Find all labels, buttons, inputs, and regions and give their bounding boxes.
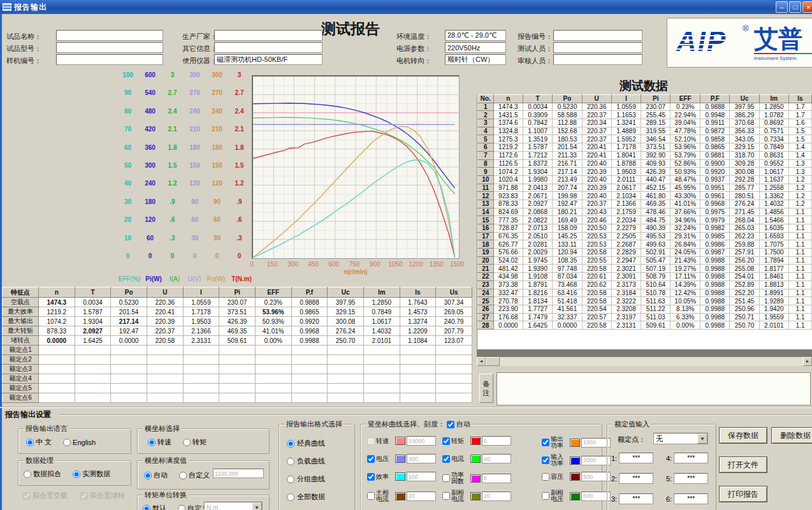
form-field[interactable] xyxy=(553,42,642,53)
scroll-track[interactable] xyxy=(500,357,803,366)
feature-row[interactable]: 额定点2 xyxy=(3,355,472,365)
radio-分组曲线[interactable] xyxy=(287,476,294,483)
form-field[interactable] xyxy=(56,42,163,53)
radio-默认[interactable] xyxy=(143,505,150,510)
table-row[interactable]: 20524.021.9745108.35220.552.2947505.4721… xyxy=(478,256,812,265)
radio-English[interactable] xyxy=(63,439,71,446)
form-field[interactable] xyxy=(214,30,323,41)
table-row[interactable]: 280.00001.64250.0000220.582.3131509.610.… xyxy=(478,321,812,330)
curve-checkbox-副相电压[interactable] xyxy=(542,492,549,500)
table-row[interactable]: 21431.50.390958.588220.371.1653255.4522.… xyxy=(478,111,812,119)
curve-checkbox-主相电流[interactable] xyxy=(367,492,375,500)
form-field[interactable] xyxy=(56,30,163,41)
feature-row[interactable]: 额定点3 xyxy=(3,365,472,374)
feature-row[interactable]: 额定点1 xyxy=(3,346,472,355)
chevron-down-icon[interactable]: ▼ xyxy=(697,433,707,444)
remarks-textarea[interactable] xyxy=(497,372,811,405)
radio-经典曲线[interactable] xyxy=(287,440,294,448)
form-field[interactable] xyxy=(553,54,642,65)
auto-scale-checkbox[interactable] xyxy=(447,421,454,428)
table-row[interactable]: 16728.872.0713158.09220.502.2279490.3932… xyxy=(478,224,812,233)
table-row[interactable]: 24332.471.821663.416220.582.3184510.7812… xyxy=(478,289,812,297)
rated-slot-input[interactable] xyxy=(619,473,653,484)
rated-slot-input[interactable] xyxy=(674,493,708,504)
table-row[interactable]: 71172.61.7212211.33220.411.8041392.9053.… xyxy=(478,151,812,159)
feature-row[interactable]: 最大效率1219.21.5787201.54220.411.7178373.51… xyxy=(3,307,472,317)
delete-data-button[interactable]: 删除数据 xyxy=(771,427,812,444)
table-row[interactable]: 27176.681.747932.337220.572.3197511.036.… xyxy=(478,313,812,321)
open-file-button[interactable]: 打开文件 xyxy=(719,456,767,473)
form-field[interactable] xyxy=(553,30,642,41)
feature-row[interactable]: 最大转矩878.332.0927192.47220.372.1366469.35… xyxy=(3,326,472,336)
table-row[interactable]: 17676.352.0510145.25220.532.2505495.5329… xyxy=(478,232,812,240)
scroll-right-arrow-icon[interactable]: ► xyxy=(803,357,812,366)
radio-实测数据[interactable] xyxy=(73,470,80,478)
table-row[interactable]: 25270.781.813451.418220.582.3222511.6310… xyxy=(478,297,812,305)
curve-checkbox-转速[interactable] xyxy=(367,437,375,445)
curve-checkbox-输入功率[interactable] xyxy=(542,456,549,464)
table-row[interactable]: 11474.30.00340.5230220.361.0559230.070.2… xyxy=(478,103,812,111)
form-field[interactable] xyxy=(214,42,323,53)
rated-slot-input[interactable] xyxy=(674,473,708,484)
curve-checkbox-电压[interactable] xyxy=(367,455,375,463)
print-report-button[interactable]: 打印报告 xyxy=(719,486,767,502)
table-hscrollbar[interactable]: ◄ ► xyxy=(477,357,812,366)
rated-slot-input[interactable] xyxy=(619,453,653,463)
checkbox-拟合至空载[interactable] xyxy=(23,492,31,500)
radio-转速[interactable] xyxy=(148,439,156,446)
feature-row[interactable]: 额定点4 xyxy=(3,374,472,384)
radio-自动[interactable] xyxy=(144,472,152,479)
form-field[interactable] xyxy=(214,54,323,65)
rated-slot-input[interactable] xyxy=(619,493,653,504)
checkbox-拟合至堵转[interactable] xyxy=(80,492,88,500)
torque-unit-dropdown[interactable]: N.m▼ xyxy=(204,502,263,510)
rated-slot-input[interactable] xyxy=(674,453,708,463)
feature-row[interactable]: 额定点6 xyxy=(3,393,472,403)
feature-row[interactable]: 空载点1474.30.00340.5230220.361.0559230.070… xyxy=(3,298,472,307)
scroll-thumb[interactable] xyxy=(486,357,500,366)
table-row[interactable]: 91074.21.9304217.14220.391.9503426.3950.… xyxy=(478,168,812,176)
form-field[interactable] xyxy=(445,42,506,53)
curve-checkbox-输出功率[interactable] xyxy=(542,439,549,446)
table-row[interactable]: 19576.662.0029120.94220.582.2829502.9124… xyxy=(478,249,812,257)
curve-checkbox-容压[interactable] xyxy=(542,473,549,481)
radio-负载曲线[interactable] xyxy=(287,458,294,465)
close-button[interactable]: × xyxy=(802,1,812,13)
table-row[interactable]: 23373.381.879173.468220.622.3173510.6414… xyxy=(478,280,812,289)
form-field[interactable] xyxy=(56,54,163,65)
feature-row[interactable]: 堵转点0.00001.64250.0000220.582.3131509.610… xyxy=(3,336,472,346)
save-data-button[interactable]: 保存数据 xyxy=(719,427,767,444)
table-row[interactable]: 21481.421.939097.748220.582.3021507.1919… xyxy=(478,265,812,273)
minimize-button[interactable]: – xyxy=(776,1,788,13)
table-row[interactable]: 26223.901.772741.561220.542.3208511.228.… xyxy=(478,305,812,313)
table-row[interactable]: 12923.832.0671199.98220.402.1034461.8043… xyxy=(478,192,812,200)
table-row[interactable]: 31374.60.7842112.88220.341.3241289.1539.… xyxy=(478,119,812,127)
feature-row[interactable]: 额定点5 xyxy=(3,384,472,393)
table-row[interactable]: 18626.772.0281133.11220.532.2687499.6326… xyxy=(478,240,812,249)
curve-checkbox-功率因数[interactable] xyxy=(442,474,450,482)
scroll-left-arrow-icon[interactable]: ◄ xyxy=(477,357,486,366)
radio-自定义[interactable] xyxy=(178,505,185,510)
curve-checkbox-副相电流[interactable] xyxy=(442,492,450,500)
radio-转矩[interactable] xyxy=(183,439,191,446)
chevron-down-icon[interactable]: ▼ xyxy=(252,502,262,510)
table-row[interactable]: 22434.981.910887.034220.612.3091508.7917… xyxy=(478,273,812,281)
table-row[interactable]: 81126.51.8372216.71220.401.8788409.9352.… xyxy=(478,159,812,168)
table-row[interactable]: 101020.41.9980213.49220.402.0111440.4748… xyxy=(478,175,812,184)
rated-point-dropdown[interactable]: 无 ▼ xyxy=(653,433,708,444)
table-row[interactable]: 14824.692.0868180.21220.432.1759478.4637… xyxy=(478,208,812,216)
radio-中 文[interactable] xyxy=(26,439,34,446)
curve-checkbox-转矩[interactable] xyxy=(442,437,450,445)
table-row[interactable]: 41324.81.1007152.68220.371.4889319.5547.… xyxy=(478,127,812,135)
maximize-button[interactable]: □ xyxy=(789,1,801,13)
feature-row[interactable]: 最大输出1074.21.9304217.14220.391.9503426.39… xyxy=(3,317,472,326)
curve-checkbox-电流[interactable] xyxy=(442,455,450,463)
form-field[interactable] xyxy=(445,54,506,65)
radio-全部数据[interactable] xyxy=(287,493,294,501)
table-row[interactable]: 51275.31.3519180.53220.371.5952346.5452.… xyxy=(478,135,812,143)
radio-自定义[interactable] xyxy=(179,472,187,479)
form-field[interactable] xyxy=(445,30,506,41)
curve-checkbox-效率[interactable] xyxy=(367,473,375,481)
table-row[interactable]: 11971.882.0413207.74220.392.0617452.1545… xyxy=(478,184,812,192)
table-row[interactable]: 15777.352.0822169.49220.462.2034484.7534… xyxy=(478,216,812,224)
